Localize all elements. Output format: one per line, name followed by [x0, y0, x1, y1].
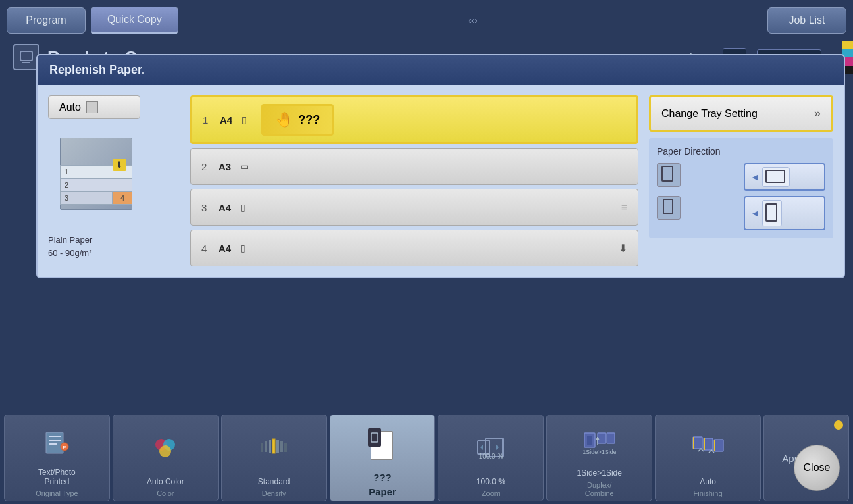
paper-sublabel: ??? [373, 472, 392, 484]
color-sublabel: Auto Color [147, 477, 184, 486]
tray-2-num: 2 [201, 161, 212, 172]
tray-list: 1 A4 ▯ 🤚 ??? 2 A3 ▭ 3 [190, 95, 638, 266]
tray-item-1[interactable]: 1 A4 ▯ 🤚 ??? [190, 95, 638, 144]
svg-rect-33 [693, 437, 694, 449]
quick-copy-button[interactable]: Quick Copy [91, 7, 178, 34]
tray-item-4[interactable]: 4 A4 ▯ ⬇ [190, 230, 638, 266]
svg-rect-1 [22, 62, 30, 63]
tool-finishing[interactable]: Auto Finishing [655, 415, 761, 501]
svg-rect-22 [371, 433, 378, 442]
finishing-label: Finishing [694, 490, 723, 498]
density-sublabel: Standard [258, 477, 290, 486]
yellow-strip [842, 41, 853, 49]
tray-row-4: 4 [113, 191, 132, 205]
tray-row-2: 2 [60, 178, 132, 191]
pd-portrait2-icon [657, 196, 681, 220]
original-type-icon-area: P [7, 420, 107, 465]
tool-duplex[interactable]: 1Side>1Side 1Side>1Side Duplex/Combine [546, 415, 652, 501]
zoom-icon-area: 100.0 % [441, 420, 540, 474]
tray-3-size: A4 [219, 202, 231, 213]
selected-tray-btn[interactable]: 🤚 ??? [261, 104, 334, 136]
svg-rect-5 [766, 204, 777, 221]
tray-4-extra: ⬇ [619, 242, 627, 255]
duplex-icon-area: 1Side>1Side [550, 420, 649, 466]
svg-rect-23 [478, 441, 490, 454]
tray-1-num: 1 [203, 114, 213, 126]
finishing-sublabel: Auto [700, 477, 716, 486]
tray-3-num: 3 [201, 202, 212, 213]
svg-rect-37 [714, 440, 715, 451]
tray-1-icon: ▯ [242, 114, 247, 125]
top-bar: Program Quick Copy ‹‹› Job List [0, 0, 853, 41]
svg-rect-32 [693, 437, 702, 449]
change-tray-setting-button[interactable]: Change Tray Setting » [649, 95, 833, 132]
duplex-sublabel: 1Side>1Side [577, 468, 622, 478]
svg-text:100.0 %: 100.0 % [479, 453, 504, 459]
svg-rect-16 [265, 441, 267, 452]
pd-portrait-inner [762, 200, 782, 226]
tray-4-icon: ▯ [240, 243, 246, 253]
ready-icon [13, 44, 39, 70]
svg-rect-34 [704, 438, 713, 450]
zoom-label: Zoom [482, 490, 500, 498]
tool-paper[interactable]: ??? Paper [330, 415, 436, 501]
close-button[interactable]: Close [794, 445, 840, 491]
paper-direction-panel: Paper Direction ◄ [649, 138, 833, 238]
tray-4-num: 4 [201, 243, 212, 254]
tool-zoom[interactable]: 100.0 % 100.0 % Zoom [438, 415, 544, 501]
modal-title: Replenish Paper. [49, 63, 145, 76]
replenish-paper-modal: Replenish Paper. Auto 1 2 3 4 [36, 54, 845, 278]
pd-arrow-left-2: ◄ [750, 208, 760, 218]
left-panel: Auto 1 2 3 4 ⬇ Plain Paper [48, 95, 180, 266]
svg-rect-36 [714, 440, 723, 451]
tray-4-size: A4 [219, 243, 231, 254]
duplex-label: Duplex/Combine [585, 481, 614, 498]
svg-rect-27 [587, 436, 592, 445]
svg-rect-17 [269, 440, 271, 453]
job-list-button[interactable]: Job List [767, 7, 846, 34]
tray-down-arrow: ⬇ [113, 159, 126, 171]
paper-direction-title: Paper Direction [657, 146, 825, 157]
svg-rect-0 [20, 51, 32, 61]
svg-point-14 [159, 445, 171, 457]
tray-2-size: A3 [219, 161, 231, 172]
svg-text:P: P [63, 445, 66, 451]
right-panel: Change Tray Setting » Paper Direction ◄ [649, 95, 833, 266]
change-tray-label: Change Tray Setting [661, 108, 758, 120]
bottom-toolbar: P Text/PhotoPrinted Original Type Auto C… [0, 412, 853, 504]
tray-item-2[interactable]: 2 A3 ▭ [190, 148, 638, 185]
svg-rect-20 [280, 441, 283, 452]
tray-3-icon: ▯ [240, 202, 246, 213]
auto-label: Auto [59, 101, 81, 113]
paper-info: Plain Paper 60 - 90g/m² [48, 234, 180, 259]
close-label: Close [804, 462, 831, 474]
density-label: Density [262, 490, 286, 498]
zoom-sublabel: 100.0 % [477, 477, 505, 486]
pd-portrait-btn[interactable]: ◄ [744, 196, 825, 230]
tool-original-type[interactable]: P Text/PhotoPrinted Original Type [4, 415, 110, 501]
tool-density[interactable]: Standard Density [221, 415, 327, 501]
density-icon-area [224, 420, 324, 474]
paper-direction-grid: ◄ ◄ [657, 163, 825, 230]
tool-color[interactable]: Auto Color Color [113, 415, 219, 501]
paper-type: Plain Paper [48, 234, 180, 247]
svg-rect-6 [46, 432, 63, 453]
tray-item-3[interactable]: 3 A4 ▯ ≡ [190, 189, 638, 226]
auto-button[interactable]: Auto [48, 95, 140, 119]
svg-rect-29 [607, 433, 615, 443]
original-type-sublabel: Text/PhotoPrinted [38, 468, 76, 487]
modal-body: Auto 1 2 3 4 ⬇ Plain Paper [38, 85, 844, 277]
pd-landscape-btn[interactable]: ◄ [744, 163, 825, 191]
svg-rect-2 [662, 166, 673, 181]
tray-1-size: A4 [220, 114, 232, 126]
modal-header: Replenish Paper. [38, 55, 844, 85]
svg-rect-15 [261, 443, 263, 452]
app-dot-indicator [834, 420, 843, 430]
pd-arrow-left-1: ◄ [750, 172, 760, 182]
top-center-chevron: ‹‹› [184, 15, 762, 26]
svg-rect-35 [704, 438, 705, 450]
change-tray-arrows-icon: » [814, 107, 821, 120]
svg-rect-4 [663, 199, 673, 214]
program-button[interactable]: Program [7, 7, 86, 34]
svg-rect-19 [276, 440, 279, 453]
